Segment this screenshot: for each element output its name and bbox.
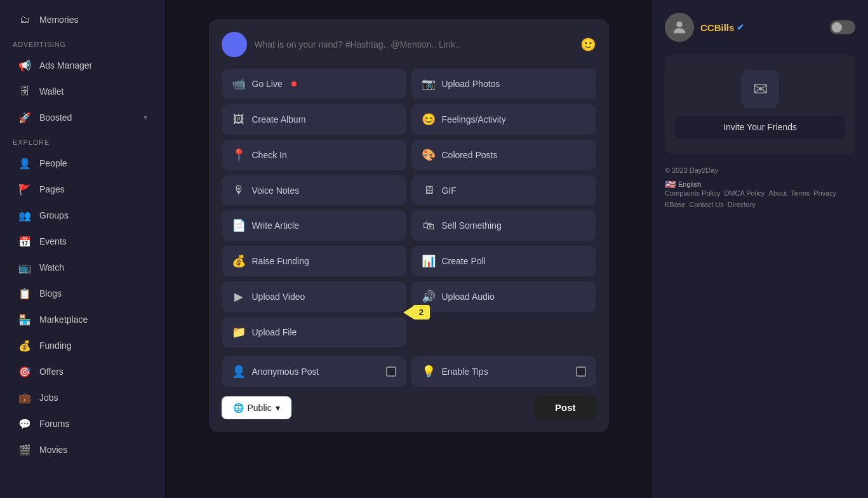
feelings-icon: 😊 xyxy=(422,112,436,126)
forums-icon: 💬 xyxy=(18,417,32,431)
create-poll-label: Create Poll xyxy=(442,256,486,266)
sell-something-icon: 🛍 xyxy=(422,219,436,232)
create-album-icon: 🖼 xyxy=(232,113,246,126)
sidebar-item-memories[interactable]: 🗂 Memories xyxy=(5,7,160,32)
raise-funding-button[interactable]: 💰 Raise Funding xyxy=(222,246,406,276)
gif-label: GIF xyxy=(442,185,457,196)
go-live-button[interactable]: 📹 Go Live xyxy=(222,69,406,99)
sidebar-item-offers[interactable]: 🎯 Offers xyxy=(5,359,160,384)
footer-link-directory[interactable]: Directory xyxy=(728,201,756,208)
upload-audio-button[interactable]: 🔊 Upload Audio xyxy=(411,281,596,312)
sidebar-item-jobs[interactable]: 💼 Jobs xyxy=(5,385,160,410)
enable-tips-label: Enable Tips xyxy=(442,367,570,377)
visibility-label: Public xyxy=(248,403,272,413)
sidebar-item-marketplace[interactable]: 🏪 Marketplace xyxy=(5,307,160,332)
check-in-icon: 📍 xyxy=(232,148,246,162)
sidebar-item-label: Events xyxy=(39,236,147,246)
people-icon: 👤 xyxy=(18,156,32,170)
emoji-button[interactable]: 🙂 xyxy=(580,37,596,52)
go-live-icon: 📹 xyxy=(232,77,246,91)
visibility-button[interactable]: 🌐 Public ▾ xyxy=(222,396,291,419)
verified-badge: ✔ xyxy=(737,22,744,32)
upload-audio-icon: 🔊 xyxy=(422,290,436,304)
sidebar-item-label: Groups xyxy=(39,210,147,220)
sidebar-item-label: Funding xyxy=(39,340,147,351)
voice-notes-button[interactable]: 🎙 Voice Notes xyxy=(222,175,406,205)
gif-button[interactable]: 🖥 GIF xyxy=(411,175,596,205)
footer-link-contact[interactable]: Contact Us xyxy=(689,201,723,208)
user-info: CCBills ✔ xyxy=(700,22,744,33)
create-album-label: Create Album xyxy=(252,114,306,124)
sidebar-item-wallet[interactable]: 🗄 Wallet xyxy=(5,79,160,104)
anonymous-post-label: Anonymous Post xyxy=(252,367,380,377)
sidebar-item-people[interactable]: 👤 People xyxy=(5,151,160,176)
colored-posts-button[interactable]: 🎨 Colored Posts xyxy=(411,140,596,170)
check-in-button[interactable]: 📍 Check In xyxy=(222,140,406,170)
sidebar-item-funding[interactable]: 💰 Funding xyxy=(5,333,160,358)
upload-file-button[interactable]: 📁 Upload File xyxy=(222,317,406,347)
create-poll-button[interactable]: 📊 Create Poll xyxy=(411,246,596,276)
footer-link-about[interactable]: About xyxy=(769,189,787,197)
wallet-icon: 🗄 xyxy=(18,84,32,98)
anonymous-post-row: 👤 Anonymous Post xyxy=(222,356,406,387)
check-in-label: Check In xyxy=(252,150,287,160)
events-icon: 📅 xyxy=(18,234,32,248)
anonymous-post-toggle[interactable] xyxy=(386,367,396,377)
memories-icon: 🗂 xyxy=(18,13,32,27)
post-button[interactable]: Post xyxy=(535,396,596,419)
invite-friends-button[interactable]: Invite Your Friends xyxy=(675,116,845,138)
post-text-input[interactable] xyxy=(255,39,573,50)
footer-link-dmca[interactable]: DMCA Policy xyxy=(724,189,765,197)
mail-icon: ✉ xyxy=(741,70,779,108)
chevron-down-icon: ▾ xyxy=(276,403,280,413)
upload-video-button[interactable]: ▶ Upload Video xyxy=(222,281,406,312)
live-dot xyxy=(291,81,297,86)
upload-audio-label: Upload Audio xyxy=(442,292,495,302)
create-album-button[interactable]: 🖼 Create Album xyxy=(222,104,406,135)
upload-photos-button[interactable]: 📷 Upload Photos xyxy=(411,69,596,99)
footer-link-complaints[interactable]: Complaints Policy xyxy=(665,189,720,197)
write-article-icon: 📄 xyxy=(232,219,246,232)
enable-tips-row: 💡 Enable Tips xyxy=(411,356,596,387)
sidebar-item-ads-manager[interactable]: 📢 Ads Manager xyxy=(5,53,160,78)
sidebar-item-blogs[interactable]: 📋 Blogs xyxy=(5,281,160,306)
raise-funding-label: Raise Funding xyxy=(252,256,309,266)
watch-icon: 📺 xyxy=(18,260,32,274)
sidebar-item-label: Memories xyxy=(39,15,147,25)
chevron-down-icon: ▾ xyxy=(144,113,147,122)
sidebar-item-label: Ads Manager xyxy=(39,60,147,71)
user-toggle[interactable] xyxy=(830,20,855,34)
globe-icon: 🌐 xyxy=(233,403,244,413)
post-modal: 🙂 📹 Go Live 📷 Upload Photos 🖼 Create Alb… xyxy=(209,19,609,432)
sidebar-item-label: People xyxy=(39,158,147,168)
jobs-icon: 💼 xyxy=(18,391,32,405)
toggles-row: 👤 Anonymous Post 💡 Enable Tips xyxy=(222,356,596,387)
movies-icon: 🎬 xyxy=(18,443,32,457)
upload-photos-label: Upload Photos xyxy=(442,79,500,89)
footer-link-terms[interactable]: Terms xyxy=(791,189,810,197)
sidebar-item-groups[interactable]: 👥 Groups xyxy=(5,203,160,228)
go-live-label: Go Live xyxy=(252,79,283,89)
raise-funding-icon: 💰 xyxy=(232,254,246,268)
sidebar-item-movies[interactable]: 🎬 Movies xyxy=(5,437,160,462)
sidebar-item-forums[interactable]: 💬 Forums xyxy=(5,411,160,436)
voice-notes-label: Voice Notes xyxy=(252,185,300,196)
username: CCBills xyxy=(700,22,734,33)
sidebar-item-label: Jobs xyxy=(39,393,147,403)
sidebar-item-watch[interactable]: 📺 Watch xyxy=(5,255,160,280)
write-article-button[interactable]: 📄 Write Article xyxy=(222,210,406,241)
user-row: CCBills ✔ xyxy=(665,13,855,42)
language-label: English xyxy=(678,180,701,188)
sell-something-button[interactable]: 🛍 Sell Something xyxy=(411,210,596,241)
feelings-activity-button[interactable]: 😊 Feelings/Activity xyxy=(411,104,596,135)
sidebar-item-label: Forums xyxy=(39,419,147,429)
main-content: 🙂 📹 Go Live 📷 Upload Photos 🖼 Create Alb… xyxy=(165,0,652,498)
footer-link-privacy[interactable]: Privacy xyxy=(813,189,836,197)
sidebar-item-label: Wallet xyxy=(39,86,147,97)
upload-photos-icon: 📷 xyxy=(422,77,436,91)
enable-tips-toggle[interactable] xyxy=(576,367,586,377)
sidebar-item-pages[interactable]: 🚩 Pages xyxy=(5,177,160,202)
sidebar-item-events[interactable]: 📅 Events xyxy=(5,229,160,254)
sidebar-item-boosted[interactable]: 🚀 Boosted ▾ xyxy=(5,105,160,130)
footer-link-kbase[interactable]: KBase xyxy=(665,201,685,208)
